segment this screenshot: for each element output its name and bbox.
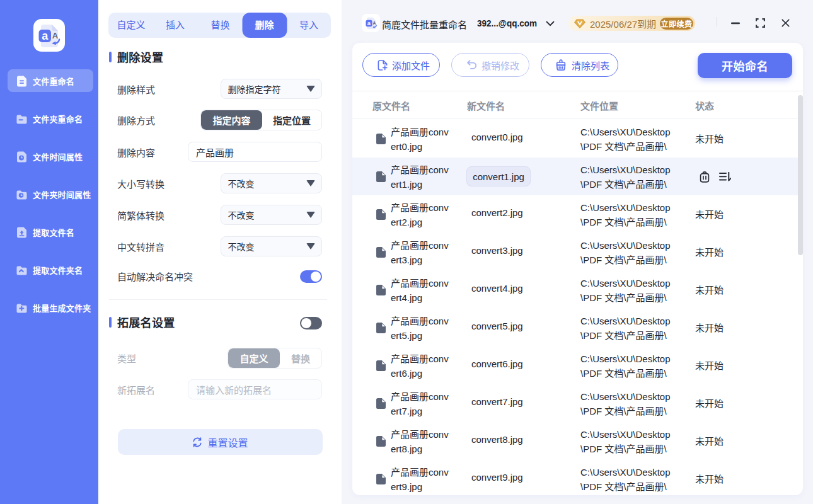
svg-text:A: A [372,21,376,25]
svg-text:a: a [367,20,371,26]
svg-text:A: A [52,31,59,40]
svg-text:a: a [42,30,49,42]
